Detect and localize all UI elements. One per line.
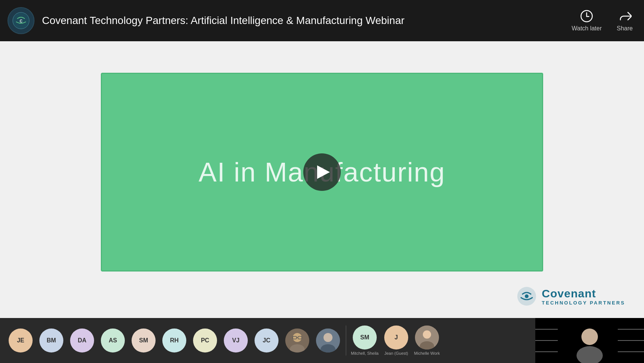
avatar-je: JE	[9, 328, 33, 352]
share-icon	[618, 9, 632, 23]
participant-pc[interactable]: PC	[192, 328, 218, 352]
video-player[interactable]: AI in Manufacturing	[101, 73, 543, 272]
main-content: AI in Manufacturing Covenant TECHNOLOGY …	[0, 41, 644, 318]
participant-jc[interactable]: JC	[253, 328, 280, 352]
avatar-sm: SM	[132, 328, 156, 352]
avatar-as: AS	[101, 328, 125, 352]
avatar-sm2: SM	[353, 326, 377, 350]
share-button[interactable]: Share	[617, 9, 633, 32]
active-speaker-video	[535, 318, 644, 363]
svg-point-14	[323, 333, 332, 342]
avatar-photo-2	[316, 328, 340, 352]
participant-sm[interactable]: SM	[130, 328, 157, 352]
avatar-michelle	[415, 326, 439, 350]
play-button[interactable]	[303, 153, 341, 191]
participant-sm2[interactable]: SM Mitchell, Sheila	[351, 326, 379, 356]
top-bar: C Covenant Technology Partners: Artifici…	[0, 0, 644, 41]
avatar-vj: VJ	[224, 328, 248, 352]
covenant-logo-text: Covenant TECHNOLOGY PARTNERS	[542, 287, 625, 306]
participant-photo-2[interactable]	[315, 328, 341, 352]
top-actions: Watch later Share	[572, 9, 633, 32]
participant-as[interactable]: AS	[100, 328, 126, 352]
channel-logo[interactable]: C	[7, 7, 34, 34]
watch-later-icon	[580, 9, 593, 23]
participant-photo-1[interactable]	[284, 328, 310, 352]
participant-michelle[interactable]: Michelle Work	[414, 326, 440, 356]
participant-bm[interactable]: BM	[38, 328, 64, 352]
participant-michelle-label: Michelle Work	[414, 351, 440, 356]
participant-da[interactable]: DA	[69, 328, 95, 352]
avatar-j: J	[384, 326, 408, 350]
covenant-logo-main: Covenant TECHNOLOGY PARTNERS	[517, 286, 625, 307]
svg-text:C: C	[19, 19, 22, 23]
video-title: Covenant Technology Partners: Artificial…	[42, 15, 572, 27]
covenant-brand-name: Covenant	[542, 287, 625, 300]
play-icon	[317, 165, 330, 179]
participant-sm2-label: Mitchell, Sheila	[351, 351, 379, 356]
svg-point-17	[423, 330, 431, 339]
avatar-pc: PC	[193, 328, 217, 352]
avatar-da: DA	[70, 328, 94, 352]
share-label: Share	[617, 25, 633, 32]
svg-point-6	[525, 294, 529, 298]
covenant-logo-icon	[517, 286, 537, 307]
participants-divider	[346, 326, 346, 356]
participant-j-label: Jean (Guest)	[384, 351, 408, 356]
participant-je[interactable]: JE	[7, 328, 34, 352]
participant-j[interactable]: J Jean (Guest)	[383, 326, 409, 356]
avatar-rh: RH	[162, 328, 186, 352]
participants-bar: JE BM DA AS SM RH PC VJ JC	[0, 318, 644, 363]
participant-rh[interactable]: RH	[161, 328, 187, 352]
participant-vj[interactable]: VJ	[223, 328, 249, 352]
watch-later-button[interactable]: Watch later	[572, 9, 602, 32]
avatar-jc: JC	[255, 328, 279, 352]
avatar-bm: BM	[39, 328, 63, 352]
watch-later-label: Watch later	[572, 25, 602, 32]
covenant-sub-text: TECHNOLOGY PARTNERS	[542, 300, 625, 306]
svg-point-21	[581, 328, 598, 345]
avatar-photo-1	[285, 328, 309, 352]
